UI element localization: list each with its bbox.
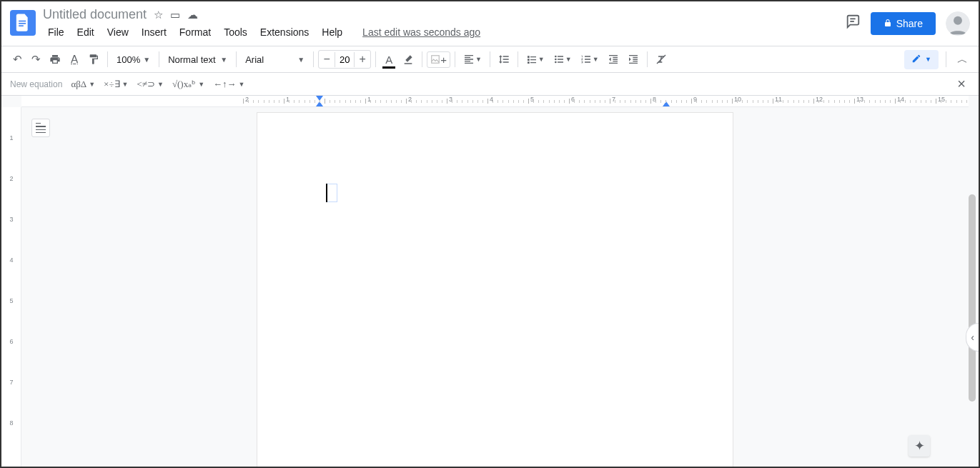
insert-image-button[interactable]: + bbox=[427, 51, 450, 68]
editing-mode-button[interactable]: ▼ bbox=[904, 50, 939, 69]
highlight-button[interactable] bbox=[399, 50, 417, 69]
account-avatar[interactable] bbox=[946, 11, 970, 36]
comments-icon[interactable] bbox=[845, 14, 861, 34]
menu-insert[interactable]: Insert bbox=[137, 24, 172, 41]
line-spacing-button[interactable] bbox=[495, 50, 513, 69]
docs-logo[interactable] bbox=[10, 10, 36, 36]
fontsize-decrease[interactable]: − bbox=[319, 51, 335, 68]
horizontal-ruler[interactable]: 21123456789101112131415 bbox=[21, 96, 969, 107]
vertical-ruler[interactable]: 12345678 bbox=[1, 107, 21, 467]
new-equation-label[interactable]: New equation bbox=[10, 79, 62, 89]
collapse-toolbar-button[interactable]: ︿ bbox=[954, 49, 971, 70]
equation-relations-button[interactable]: <≠⊃▼ bbox=[137, 79, 164, 90]
equation-input-box[interactable] bbox=[327, 184, 337, 202]
indent-decrease-button[interactable] bbox=[604, 50, 623, 69]
cloud-status-icon[interactable]: ☁ bbox=[187, 9, 198, 21]
numbered-list-button[interactable]: ▼ bbox=[577, 50, 603, 69]
menu-help[interactable]: Help bbox=[317, 24, 347, 41]
explore-button[interactable]: ✦ bbox=[909, 435, 930, 457]
equation-greek-button[interactable]: αβΔ▼ bbox=[71, 79, 95, 90]
pencil-icon bbox=[911, 54, 921, 66]
app-header: Untitled document ☆ ▭ ☁ File Edit View I… bbox=[1, 1, 979, 46]
fontsize-input[interactable] bbox=[335, 52, 355, 67]
share-label: Share bbox=[896, 18, 923, 29]
menubar: File Edit View Insert Format Tools Exten… bbox=[43, 24, 845, 41]
svg-point-7 bbox=[555, 59, 557, 61]
text-cursor bbox=[326, 184, 327, 202]
lock-icon bbox=[884, 18, 892, 29]
indent-increase-button[interactable] bbox=[624, 50, 643, 69]
share-button[interactable]: Share bbox=[871, 12, 936, 35]
style-select[interactable]: Normal text▼ bbox=[164, 51, 232, 68]
bullet-list-button[interactable]: ▼ bbox=[550, 50, 575, 69]
menu-view[interactable]: View bbox=[102, 24, 134, 41]
zoom-select[interactable]: 100%▼ bbox=[112, 51, 154, 68]
last-edit-link[interactable]: Last edit was seconds ago bbox=[357, 24, 485, 41]
print-button[interactable] bbox=[46, 50, 64, 69]
svg-rect-1 bbox=[19, 23, 26, 24]
star-icon[interactable]: ☆ bbox=[154, 9, 163, 21]
document-title[interactable]: Untitled document bbox=[43, 7, 147, 22]
equation-close-button[interactable]: × bbox=[953, 76, 970, 92]
clear-format-button[interactable] bbox=[652, 50, 670, 69]
equation-misc-button[interactable]: ×÷∃▼ bbox=[104, 79, 128, 90]
document-page[interactable] bbox=[257, 113, 733, 467]
menu-format[interactable]: Format bbox=[174, 24, 216, 41]
svg-point-6 bbox=[555, 56, 557, 58]
move-icon[interactable]: ▭ bbox=[170, 9, 180, 21]
undo-button[interactable]: ↶ bbox=[9, 49, 26, 69]
outline-toggle-button[interactable] bbox=[31, 119, 50, 137]
svg-rect-2 bbox=[19, 25, 24, 26]
spellcheck-button[interactable]: A̱ bbox=[66, 49, 83, 69]
align-button[interactable]: ▼ bbox=[460, 50, 485, 69]
svg-rect-0 bbox=[19, 21, 26, 22]
equation-arrows-button[interactable]: ←↑→▼ bbox=[213, 79, 244, 90]
text-color-button[interactable]: A bbox=[380, 50, 397, 69]
fontsize-group: − + bbox=[318, 50, 371, 69]
menu-extensions[interactable]: Extensions bbox=[255, 24, 314, 41]
paint-format-button[interactable] bbox=[84, 50, 103, 69]
menu-edit[interactable]: Edit bbox=[72, 24, 99, 41]
equation-toolbar: New equation αβΔ▼ ×÷∃▼ <≠⊃▼ √()xₐᵇ▼ ←↑→▼… bbox=[1, 73, 979, 96]
svg-rect-5 bbox=[432, 56, 440, 64]
document-scroll-area[interactable] bbox=[21, 107, 969, 467]
redo-button[interactable]: ↷ bbox=[27, 49, 44, 69]
fontsize-increase[interactable]: + bbox=[355, 51, 370, 68]
svg-point-8 bbox=[555, 61, 557, 64]
equation-math-button[interactable]: √()xₐᵇ▼ bbox=[172, 79, 204, 90]
menu-file[interactable]: File bbox=[43, 24, 69, 41]
font-select[interactable]: Arial▼ bbox=[241, 51, 309, 68]
workspace: 21123456789101112131415 12345678 bbox=[1, 96, 979, 467]
main-toolbar: ↶ ↷ A̱ 100%▼ Normal text▼ Arial▼ − + A +… bbox=[1, 46, 979, 73]
menu-tools[interactable]: Tools bbox=[219, 24, 252, 41]
checklist-button[interactable]: ▼ bbox=[523, 50, 548, 69]
